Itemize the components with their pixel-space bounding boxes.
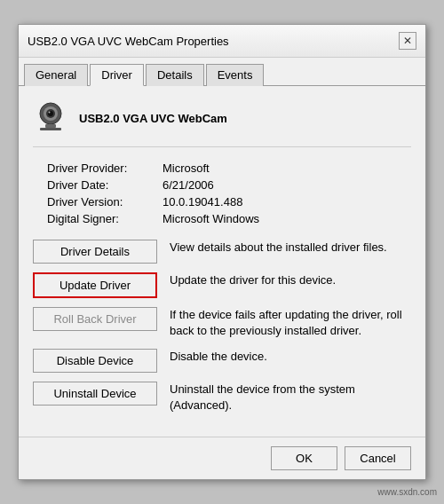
dialog-title: USB2.0 VGA UVC WebCam Properties bbox=[28, 35, 229, 48]
svg-rect-6 bbox=[40, 128, 61, 130]
action-description: View details about the installed driver … bbox=[170, 240, 411, 256]
tabs-container: GeneralDriverDetailsEvents bbox=[19, 58, 425, 86]
info-value: Microsoft bbox=[163, 161, 210, 175]
content-area: USB2.0 VGA UVC WebCam Driver Provider: M… bbox=[19, 86, 425, 437]
action-row: Disable DeviceDisable the device. bbox=[33, 349, 411, 373]
webcam-icon bbox=[34, 101, 67, 135]
action-description: Disable the device. bbox=[170, 349, 411, 365]
action-description: If the device fails after updating the d… bbox=[170, 307, 411, 339]
tab-details[interactable]: Details bbox=[146, 64, 204, 86]
action-row: Roll Back DriverIf the device fails afte… bbox=[33, 307, 411, 339]
driver-info-section: Driver Provider: Microsoft Driver Date: … bbox=[47, 161, 411, 225]
driver-details-button[interactable]: Driver Details bbox=[33, 240, 157, 264]
info-row: Driver Date: 6/21/2006 bbox=[47, 178, 411, 192]
info-label: Driver Provider: bbox=[47, 161, 163, 175]
device-name: USB2.0 VGA UVC WebCam bbox=[79, 112, 227, 125]
info-row: Digital Signer: Microsoft Windows bbox=[47, 212, 411, 225]
tab-driver[interactable]: Driver bbox=[90, 64, 144, 86]
disable-device-button[interactable]: Disable Device bbox=[33, 349, 157, 373]
update-driver-button[interactable]: Update Driver bbox=[33, 272, 157, 298]
info-value: 10.0.19041.488 bbox=[163, 195, 242, 209]
close-button[interactable]: ✕ bbox=[399, 32, 416, 50]
info-label: Driver Version: bbox=[47, 195, 163, 209]
info-row: Driver Version: 10.0.19041.488 bbox=[47, 195, 411, 209]
action-row: Update DriverUpdate the driver for this … bbox=[33, 272, 411, 298]
action-description: Update the driver for this device. bbox=[170, 272, 411, 288]
cancel-button[interactable]: Cancel bbox=[345, 446, 411, 470]
svg-point-4 bbox=[49, 112, 51, 114]
watermark: www.sxdn.com bbox=[377, 487, 437, 497]
properties-dialog: USB2.0 VGA UVC WebCam Properties ✕ Gener… bbox=[18, 24, 426, 480]
uninstall-device-button[interactable]: Uninstall Device bbox=[33, 382, 157, 406]
svg-rect-5 bbox=[45, 124, 56, 128]
tab-events[interactable]: Events bbox=[206, 64, 265, 86]
info-label: Digital Signer: bbox=[47, 212, 163, 225]
device-header: USB2.0 VGA UVC WebCam bbox=[33, 100, 411, 147]
action-row: Driver DetailsView details about the ins… bbox=[33, 240, 411, 264]
action-row: Uninstall DeviceUninstall the device fro… bbox=[33, 382, 411, 413]
actions-section: Driver DetailsView details about the ins… bbox=[33, 240, 411, 413]
info-value: 6/21/2006 bbox=[163, 178, 214, 192]
footer: OK Cancel bbox=[19, 437, 425, 479]
device-icon-container bbox=[33, 100, 68, 136]
action-description: Uninstall the device from the system (Ad… bbox=[170, 382, 411, 413]
ok-button[interactable]: OK bbox=[271, 446, 337, 470]
info-label: Driver Date: bbox=[47, 178, 163, 192]
tab-general[interactable]: General bbox=[24, 64, 88, 86]
info-value: Microsoft Windows bbox=[163, 212, 259, 225]
info-row: Driver Provider: Microsoft bbox=[47, 161, 411, 175]
title-bar: USB2.0 VGA UVC WebCam Properties ✕ bbox=[19, 25, 425, 58]
roll-back-driver-button: Roll Back Driver bbox=[33, 307, 157, 331]
